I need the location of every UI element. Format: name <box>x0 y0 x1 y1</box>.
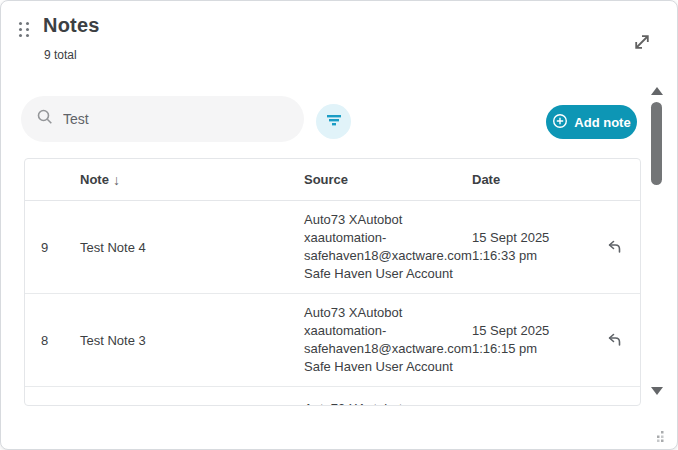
plus-circle-icon <box>552 113 568 132</box>
page-title: Notes <box>43 14 100 37</box>
notes-table: Note ↓ Source Date 9 Test Note 4 Auto73 … <box>24 158 641 406</box>
drag-handle-icon[interactable] <box>19 22 32 41</box>
row-date: 15 Sept 20251:16:33 pm <box>472 229 590 265</box>
row-source: Auto73 XAutobotxaautomation-safehaven18@… <box>304 211 472 283</box>
partial-source-cell: Auto73 XAutobot <box>304 387 472 405</box>
filter-button[interactable] <box>316 104 351 139</box>
scroll-up-icon[interactable] <box>651 87 663 95</box>
row-date: 15 Sept 20251:16:15 pm <box>472 322 590 358</box>
row-source: Auto73 XAutobotxaautomation-safehaven18@… <box>304 304 472 376</box>
total-count: 9 total <box>44 48 77 62</box>
row-id: 9 <box>25 240 80 255</box>
vertical-scrollbar <box>649 85 665 397</box>
search-icon <box>36 108 54 130</box>
add-note-button[interactable]: Add note <box>546 105 637 139</box>
header-note[interactable]: Note ↓ <box>80 172 304 188</box>
search-box <box>21 96 304 142</box>
table-header-row: Note ↓ Source Date <box>25 159 640 201</box>
filter-icon <box>325 113 343 130</box>
expand-icon[interactable] <box>631 31 653 53</box>
row-note: Test Note 4 <box>80 240 304 255</box>
scrollbar-thumb[interactable] <box>651 102 662 185</box>
row-note: Test Note 3 <box>80 333 304 348</box>
undo-arrow-icon <box>604 235 626 260</box>
add-note-label: Add note <box>574 115 630 130</box>
sort-desc-icon[interactable]: ↓ <box>113 172 120 188</box>
header-source: Source <box>304 172 472 187</box>
scroll-down-icon[interactable] <box>651 387 663 395</box>
notes-card: Notes 9 total <box>0 0 678 450</box>
table-row[interactable]: 8 Test Note 3 Auto73 XAutobotxaautomatio… <box>25 294 640 387</box>
undo-button[interactable] <box>600 325 630 355</box>
table-row-partial: Auto73 XAutobot <box>25 387 640 405</box>
table-row[interactable]: 9 Test Note 4 Auto73 XAutobotxaautomatio… <box>25 201 640 294</box>
header-date: Date <box>472 172 590 187</box>
undo-button[interactable] <box>600 232 630 262</box>
table-body: 9 Test Note 4 Auto73 XAutobotxaautomatio… <box>25 201 640 387</box>
resize-grip-icon[interactable] <box>652 428 665 446</box>
search-input[interactable] <box>63 111 283 127</box>
undo-arrow-icon <box>604 328 626 353</box>
row-id: 8 <box>25 333 80 348</box>
